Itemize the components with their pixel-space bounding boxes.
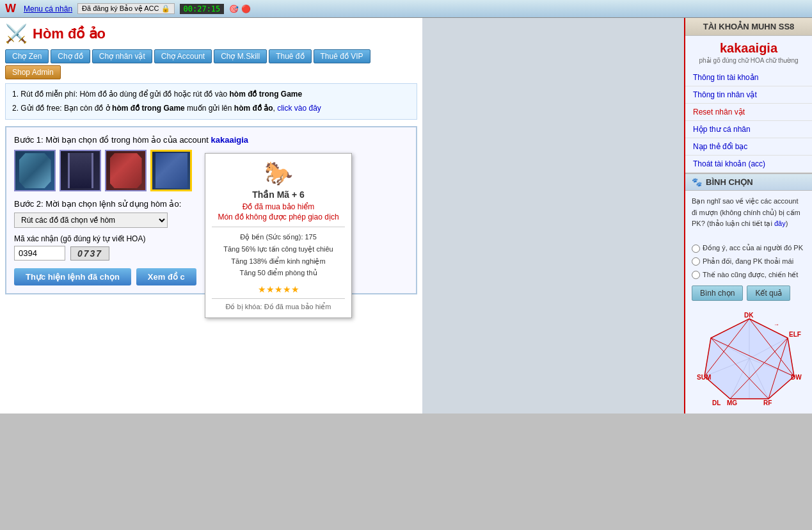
nav-tabs: Chợ Zen Chợ đồ Chợ nhân vật Chợ Account … (5, 49, 417, 79)
sidebar-reset-nv[interactable]: Reset nhân vật (685, 104, 812, 121)
info-box: 1. Rút đồ miễn phí: Hòm đồ ảo dùng để gử… (5, 83, 417, 120)
tab-cho-account[interactable]: Chợ Account (154, 49, 212, 63)
tooltip-no-trade: Món đồ không được phép giao dịch (212, 213, 345, 221)
main-layout: ⚔️ Hòm đồ ảo Chợ Zen Chợ đồ Chợ nhân vật… (0, 18, 812, 414)
left-content: ⚔️ Hòm đồ ảo Chợ Zen Chợ đồ Chợ nhân vật… (0, 18, 422, 414)
sidebar-thong-tin-tk[interactable]: Thông tin tài khoản (685, 69, 812, 86)
binh-chon-content: Bạn nghĩ sao về việc các account đi mượn… (685, 191, 812, 306)
tooltip-popup: 🐎 Thần Mã + 6 Đồ đã mua bảo hiểm Món đồ … (205, 153, 352, 318)
sidebar-header: TÀI KHOẢN MUHN SS8 (685, 18, 812, 36)
view-button[interactable]: Xem đồ c (136, 268, 196, 285)
sidebar-nap-the[interactable]: Nạp thẻ đổi bạc (685, 138, 812, 156)
title-icon: ⚔️ (5, 23, 28, 44)
binh-chon-header: 🐾 BÌNH CHỌN (685, 173, 812, 191)
binh-chon-title: BÌNH CHỌN (706, 177, 753, 187)
account-name: kakaaigia (211, 135, 249, 145)
sidebar-thoat-acc[interactable]: Thoát tài khoản (acc) (685, 156, 812, 173)
topbar: W Menu cá nhân Đã đăng ký Bảo vệ ACC 🔒 0… (0, 0, 812, 18)
tooltip-stars: ★★★★★ (212, 284, 345, 294)
svg-text:DL: DL (712, 399, 720, 405)
svg-text:DK: DK (744, 312, 754, 319)
class-chart: DK ELF DW RF MG DL SUM → (692, 312, 807, 405)
binh-chon-question: Bạn nghĩ sao về việc các account đi mượn… (692, 196, 806, 230)
tab-cho-zen[interactable]: Chợ Zen (5, 49, 49, 63)
binh-chon-link[interactable]: đây (774, 220, 786, 227)
tab-thue-do-vip[interactable]: Thuê đồ VIP (314, 49, 370, 63)
sidebar-hop-thu[interactable]: Hộp thư cá nhân (685, 121, 812, 138)
content-box: Bước 1: Mời bạn chọn đồ trong hòm ảo của… (5, 126, 417, 294)
tab-cho-mskill[interactable]: Chợ M.Skill (214, 49, 267, 63)
tab-cho-do[interactable]: Chợ đồ (51, 49, 90, 63)
step1-label: Bước 1: Mời bạn chọn đồ trong hòm ảo của… (14, 135, 408, 145)
captcha-input[interactable] (14, 246, 65, 261)
menu-ca-nhan-link[interactable]: Menu cá nhân (24, 4, 72, 13)
tooltip-name: Thần Mã + 6 (212, 189, 345, 200)
tooltip-icon: 🐎 (212, 160, 345, 187)
sidebar-username: kakaaigia (685, 36, 812, 57)
command-select[interactable]: Rút các đồ đã chọn về hòm Gửi đồ vào hòm… (14, 213, 168, 228)
chart-container: DK ELF DW RF MG DL SUM → (685, 306, 812, 414)
page-title: Hòm đồ ảo (33, 26, 106, 42)
tab-cho-nhan-vat[interactable]: Chợ nhân vật (92, 49, 152, 63)
item-slot-1[interactable] (14, 150, 56, 191)
svg-text:RF: RF (763, 399, 772, 405)
tooltip-stats: Độ bền (Sức sống): 175 Tăng 56% lực tấn … (212, 231, 345, 279)
svg-text:DW: DW (791, 374, 802, 381)
item-visual-blue (155, 153, 187, 188)
execute-button[interactable]: Thực hiện lệnh đã chọn (14, 268, 131, 285)
sidebar-thong-tin-nv[interactable]: Thông tin nhân vật (685, 86, 812, 104)
info-line-1: 1. Rút đồ miễn phí: Hòm đồ ảo dùng để gử… (12, 88, 410, 102)
item-slot-4[interactable] (150, 150, 192, 191)
site-logo: W (5, 2, 16, 15)
sidebar-subtext: phải gõ đúng chữ HOA chữ thường (685, 57, 812, 69)
radio-phan-doi[interactable] (692, 257, 700, 266)
tooltip-locked: Đồ bị khóa: Đồ đã mua bảo hiểm (212, 303, 345, 311)
radio-dong-y[interactable] (692, 245, 700, 253)
svg-text:ELF: ELF (789, 331, 801, 338)
click-vao-day-link[interactable]: click vào đây (277, 104, 321, 113)
item-visual-armor (19, 153, 51, 188)
tooltip-insured: Đồ đã mua bảo hiểm (212, 202, 345, 211)
tab-shop-admin[interactable]: Shop Admin (5, 65, 61, 79)
right-sidebar: TÀI KHOẢN MUHN SS8 kakaaigia phải gõ đún… (684, 18, 812, 414)
svg-text:MG: MG (727, 399, 737, 405)
item-visual-red (110, 153, 142, 188)
info-line-2: 2. Gửi đồ free: Bạn còn đồ ở hòm đồ tron… (12, 102, 410, 116)
radio-option-1: Đồng ý, acc của ai người đó PK (692, 243, 806, 254)
item-slot-3[interactable] (105, 150, 147, 191)
result-button[interactable]: Kết quả (747, 285, 790, 301)
page-title-bar: ⚔️ Hòm đồ ảo (5, 23, 417, 44)
item-slot-2[interactable] (60, 150, 101, 191)
captcha-image: 0737 (70, 246, 109, 261)
acc-info-badge: Đã đăng ký Bảo vệ ACC 🔒 (77, 3, 174, 14)
item-visual-pants (68, 153, 93, 188)
radio-option-3: Thế nào cũng được, chiến hết (692, 269, 806, 281)
radio-the-nao[interactable] (692, 271, 700, 279)
tab-thue-do[interactable]: Thuê đồ (269, 49, 311, 63)
binh-chon-buttons: Bình chọn Kết quả (692, 285, 806, 301)
radio-option-2: Phản đối, đang PK thoải mái (692, 256, 806, 268)
svg-text:SUM: SUM (697, 374, 711, 381)
svg-text:→: → (774, 321, 779, 328)
middle-gap (422, 18, 684, 414)
vote-button[interactable]: Bình chọn (692, 285, 743, 301)
binh-chon-icon: 🐾 (692, 177, 702, 187)
session-timer: 00:27:15 (180, 4, 225, 14)
topbar-icons: 🎯 🔴 (229, 4, 250, 13)
